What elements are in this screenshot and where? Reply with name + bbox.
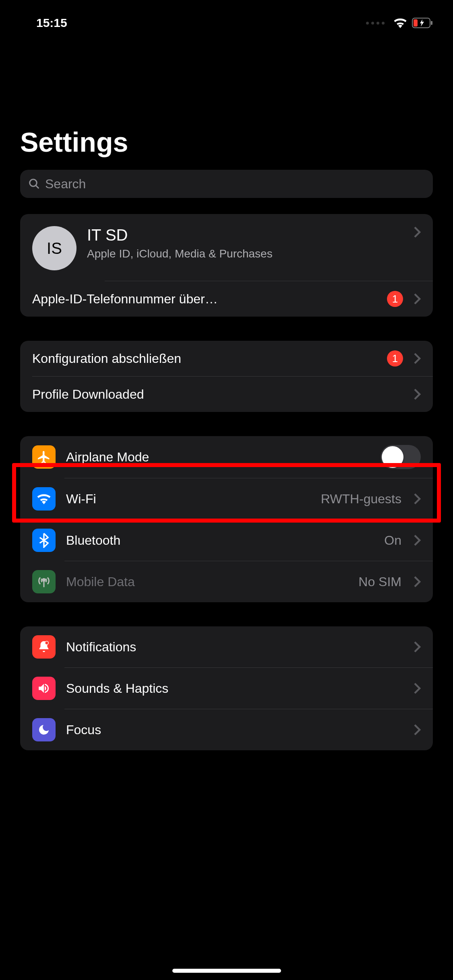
airplane-label: Airplane Mode	[66, 450, 370, 465]
chevron-right-icon	[414, 724, 421, 736]
account-subtitle: Apple ID, iCloud, Media & Purchases	[87, 247, 403, 261]
apple-id-alert-row[interactable]: Apple-ID-Telefonnummer über… 1	[20, 281, 433, 317]
cellular-dots-icon	[366, 22, 385, 25]
bluetooth-label: Bluetooth	[66, 533, 374, 548]
chevron-right-icon	[414, 493, 421, 505]
profile-downloaded-row[interactable]: Profile Downloaded	[20, 377, 433, 412]
chevron-right-icon	[414, 641, 421, 653]
svg-point-6	[45, 641, 49, 645]
sounds-label: Sounds & Haptics	[66, 681, 403, 696]
alert-badge: 1	[387, 291, 403, 307]
finish-config-row[interactable]: Konfiguration abschließen 1	[20, 341, 433, 376]
antenna-icon	[32, 570, 56, 593]
apple-id-row[interactable]: IS IT SD Apple ID, iCloud, Media & Purch…	[20, 214, 433, 281]
focus-row[interactable]: Focus	[20, 709, 433, 750]
chevron-right-icon	[414, 226, 421, 238]
wifi-label: Wi-Fi	[66, 492, 310, 506]
chevron-right-icon	[414, 388, 421, 400]
status-right	[366, 18, 433, 28]
system-group: Notifications Sounds & Haptics Focus	[20, 626, 433, 750]
mobile-data-detail: No SIM	[358, 574, 401, 589]
connectivity-group: Airplane Mode Wi-Fi RWTH-guests Bluetoot…	[20, 436, 433, 602]
moon-icon	[32, 718, 56, 741]
account-text: IT SD Apple ID, iCloud, Media & Purchase…	[87, 226, 403, 261]
home-indicator[interactable]	[172, 969, 281, 973]
notifications-row[interactable]: Notifications	[20, 626, 433, 667]
chevron-right-icon	[414, 293, 421, 305]
svg-point-3	[30, 179, 37, 187]
sounds-row[interactable]: Sounds & Haptics	[20, 668, 433, 709]
bluetooth-detail: On	[384, 533, 401, 548]
search-icon	[28, 178, 40, 190]
bell-icon	[32, 635, 56, 659]
config-group: Konfiguration abschließen 1 Profile Down…	[20, 341, 433, 412]
focus-label: Focus	[66, 723, 403, 737]
svg-line-4	[36, 185, 39, 189]
apple-id-alert-label: Apple-ID-Telefonnummer über…	[32, 292, 376, 307]
mobile-data-row[interactable]: Mobile Data No SIM	[20, 561, 433, 602]
profile-downloaded-label: Profile Downloaded	[32, 387, 403, 402]
wifi-icon	[393, 18, 407, 28]
account-name: IT SD	[87, 226, 403, 244]
chevron-right-icon	[414, 576, 421, 588]
wifi-row[interactable]: Wi-Fi RWTH-guests	[20, 478, 433, 519]
search-field[interactable]	[20, 170, 433, 198]
speaker-icon	[32, 677, 56, 700]
status-bar: 15:15	[0, 0, 453, 38]
status-time: 15:15	[36, 16, 67, 30]
search-input[interactable]	[45, 177, 425, 191]
page-title: Settings	[0, 38, 453, 170]
notifications-label: Notifications	[66, 640, 403, 655]
chevron-right-icon	[414, 682, 421, 694]
chevron-right-icon	[414, 534, 421, 546]
avatar: IS	[32, 226, 77, 270]
search-container	[0, 170, 453, 214]
account-group: IS IT SD Apple ID, iCloud, Media & Purch…	[20, 214, 433, 317]
airplane-toggle[interactable]	[381, 445, 421, 469]
bluetooth-row[interactable]: Bluetooth On	[20, 520, 433, 561]
wifi-settings-icon	[32, 487, 56, 511]
config-badge: 1	[387, 350, 403, 366]
wifi-detail: RWTH-guests	[321, 492, 401, 506]
finish-config-label: Konfiguration abschließen	[32, 351, 376, 366]
mobile-data-label: Mobile Data	[66, 574, 348, 589]
airplane-mode-row[interactable]: Airplane Mode	[20, 436, 433, 478]
bluetooth-icon	[32, 529, 56, 552]
chevron-right-icon	[414, 352, 421, 364]
airplane-icon	[32, 445, 56, 469]
svg-rect-2	[431, 21, 432, 25]
svg-point-5	[43, 579, 45, 581]
svg-rect-1	[414, 19, 418, 27]
battery-low-charging-icon	[412, 18, 433, 28]
